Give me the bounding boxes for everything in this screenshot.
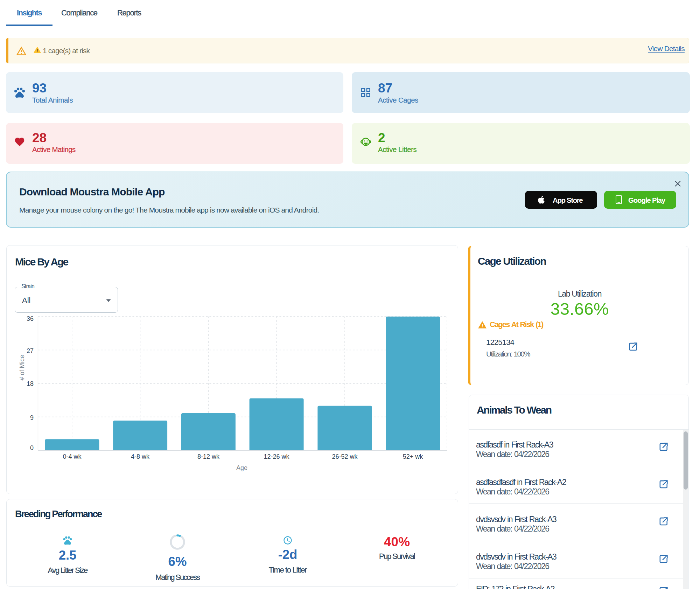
svg-text:18: 18 bbox=[27, 380, 34, 387]
svg-text:Age: Age bbox=[236, 464, 247, 471]
svg-text:9: 9 bbox=[30, 414, 34, 421]
svg-text:8-12 wk: 8-12 wk bbox=[197, 453, 220, 460]
svg-text:4-8 wk: 4-8 wk bbox=[131, 453, 150, 460]
svg-text:36: 36 bbox=[27, 315, 34, 322]
svg-text:12-26 wk: 12-26 wk bbox=[264, 453, 290, 460]
svg-text:52+ wk: 52+ wk bbox=[403, 453, 424, 460]
svg-text:# of Mice: # of Mice bbox=[19, 355, 26, 380]
svg-text:0: 0 bbox=[30, 444, 34, 451]
svg-text:27: 27 bbox=[27, 347, 34, 354]
svg-text:0-4 wk: 0-4 wk bbox=[63, 453, 82, 460]
svg-text:26-52 wk: 26-52 wk bbox=[332, 453, 358, 460]
